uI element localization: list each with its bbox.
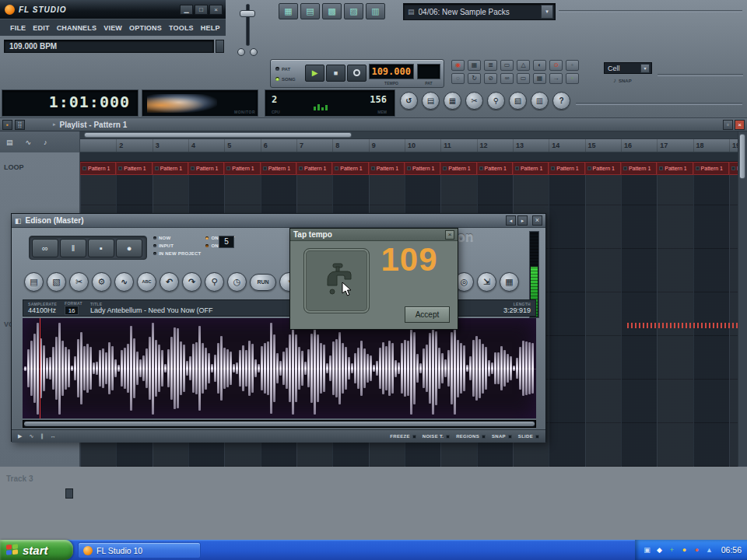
playlist-timeline-ruler[interactable]: 2345678910111213141516171819 xyxy=(80,139,738,152)
playlist-close-button[interactable]: × xyxy=(735,120,745,130)
clip-mute-icon[interactable] xyxy=(623,166,627,170)
master-volume-handle[interactable] xyxy=(240,10,255,17)
overdub-icon[interactable]: ◌ xyxy=(451,73,465,84)
note-mono-icon[interactable]: ≣ xyxy=(484,60,497,71)
tempo-display[interactable]: 109.000 xyxy=(369,64,414,79)
playlist-pin-icon[interactable]: ▪ xyxy=(2,120,12,130)
edison-next-preset-button[interactable]: ▸ xyxy=(517,215,528,226)
menu-help[interactable]: HELP xyxy=(201,24,220,32)
clip-mute-icon[interactable] xyxy=(299,166,303,170)
pattern-clip[interactable]: Pattern 1 xyxy=(621,162,657,175)
edison-option-toggle[interactable]: SLIDE xyxy=(518,434,539,439)
record-arm-icon[interactable]: ◉ xyxy=(451,60,465,71)
clock[interactable]: 06:56 xyxy=(721,545,742,555)
recent-projects-button[interactable]: ▦ xyxy=(444,92,461,110)
menu-channels[interactable]: CHANNELS xyxy=(57,24,97,32)
clip-mute-icon[interactable] xyxy=(407,166,411,170)
edison-close-button[interactable]: × xyxy=(532,215,542,226)
pattern-clip[interactable]: Pattern 1 xyxy=(296,162,332,175)
metronome-icon[interactable]: △ xyxy=(517,60,530,71)
clip-mute-icon[interactable] xyxy=(443,166,447,170)
edison-prev-preset-button[interactable]: ◂ xyxy=(506,215,516,226)
clip-mute-icon[interactable] xyxy=(551,166,555,170)
pattern-clip[interactable]: Pattern 1 xyxy=(80,162,116,175)
pattern-clip[interactable]: Pattern 1 xyxy=(729,162,738,175)
step-sequencer-button[interactable]: ▤ xyxy=(300,3,320,19)
playlist-detach-button[interactable]: ▫ xyxy=(723,120,733,130)
file-info-button[interactable]: ▧ xyxy=(509,92,527,110)
countdown-icon[interactable]: ⊙ xyxy=(549,60,563,71)
option-record-in-new-project[interactable]: IN NEW PROJECT xyxy=(153,250,201,257)
scrollbar-handle[interactable] xyxy=(739,134,745,179)
save-project-button[interactable]: ▤ xyxy=(422,92,440,110)
chevron-down-icon[interactable]: ▾ xyxy=(541,5,553,19)
undo-button[interactable]: ↶ xyxy=(160,272,179,292)
pattern-clip[interactable]: Pattern 1 xyxy=(549,162,584,175)
clip-mute-icon[interactable] xyxy=(587,166,591,170)
slide-tool-icon[interactable]: ♪ xyxy=(44,138,47,146)
close-button[interactable]: × xyxy=(209,5,223,15)
takes-display[interactable]: 5 xyxy=(219,236,234,248)
scrollbar-handle[interactable] xyxy=(84,132,352,138)
export-button[interactable]: ▧ xyxy=(47,272,66,292)
marker-pause-icon[interactable]: ∥ xyxy=(40,433,44,439)
close-icon[interactable]: × xyxy=(445,230,454,240)
pattern-clip[interactable]: Pattern 1 xyxy=(332,162,368,175)
volume-icon[interactable]: ◆ xyxy=(654,545,665,555)
menu-tools[interactable]: TOOLS xyxy=(169,24,194,32)
grid-snap-icon[interactable]: ▦ xyxy=(533,73,546,84)
save-button[interactable]: ▤ xyxy=(24,272,44,292)
clip-mute-icon[interactable] xyxy=(731,166,735,170)
perf-mode-icon[interactable]: → xyxy=(549,73,563,84)
multilink-icon[interactable]: ∞ xyxy=(500,73,514,84)
clip-mute-icon[interactable] xyxy=(696,166,700,170)
updates-icon[interactable]: ● xyxy=(679,545,689,555)
option-record-now[interactable]: NOW xyxy=(153,235,201,241)
time-display[interactable]: 1:01:000 xyxy=(2,89,139,117)
track3-label[interactable]: Track 3 xyxy=(6,474,33,483)
typing-keyboard-icon[interactable]: ▭ xyxy=(500,60,514,71)
master-pitch-knob[interactable] xyxy=(237,48,245,56)
audio-clip-waveform[interactable] xyxy=(627,323,747,328)
playlist-titlebar[interactable]: ▪⣿ ▸ Playlist - Pattern 1 ▫× xyxy=(0,118,747,131)
mixer-view-button[interactable]: ▥ xyxy=(366,3,385,19)
zoom-button[interactable]: ⚲ xyxy=(205,272,224,292)
playlist-menu-icon[interactable]: ▤ xyxy=(6,138,13,146)
song-mode-switch[interactable]: SONG xyxy=(275,74,296,84)
browser-dropdown[interactable]: ▤ 04/06: New Sample Packs ▾ xyxy=(403,3,556,20)
security-icon[interactable]: + xyxy=(667,545,677,555)
pattern-clip[interactable]: Pattern 1 xyxy=(657,162,693,175)
clip-mute-icon[interactable] xyxy=(659,166,663,170)
loop-record-icon[interactable]: ↻ xyxy=(468,73,481,84)
menu-file[interactable]: FILE xyxy=(10,24,26,32)
pat-mode-switch[interactable]: PAT xyxy=(275,64,296,74)
script-abc-button[interactable]: ABC xyxy=(137,272,156,292)
help-button[interactable]: ? xyxy=(552,92,570,110)
wave-scroll-icon[interactable]: ∿ xyxy=(29,433,33,439)
denoise-button[interactable]: ∿ xyxy=(114,272,134,292)
step-edit-icon[interactable]: ▦ xyxy=(468,60,481,71)
hint-bar-grip[interactable] xyxy=(216,40,224,53)
edison-option-toggle[interactable]: REGIONS xyxy=(456,434,486,439)
drag-export-button[interactable]: ▦ xyxy=(500,272,519,292)
note-off-icon[interactable]: ⊘ xyxy=(484,73,497,84)
accept-button[interactable]: Accept xyxy=(405,306,450,323)
play-selection-icon[interactable]: ▶ xyxy=(18,433,22,439)
clip-mute-icon[interactable] xyxy=(263,166,267,170)
pattern-clip[interactable]: Pattern 1 xyxy=(440,162,476,175)
clip-mute-icon[interactable] xyxy=(226,166,230,170)
stopwatch-button[interactable]: ◷ xyxy=(227,272,247,292)
option-record-input[interactable]: INPUT xyxy=(153,243,201,249)
playhead-marker[interactable] xyxy=(40,318,40,418)
menu-view[interactable]: VIEW xyxy=(103,24,122,32)
send-to-playlist-button[interactable]: ⇲ xyxy=(477,272,496,292)
record-button[interactable]: ● xyxy=(116,239,142,257)
pattern-clip[interactable]: Pattern 1 xyxy=(116,162,152,175)
pattern-clip[interactable]: Pattern 1 xyxy=(369,162,405,175)
pattern-clip[interactable]: Pattern 1 xyxy=(153,162,188,175)
playlist-horizontal-scrollbar[interactable] xyxy=(80,131,738,139)
pattern-clip[interactable]: Pattern 1 xyxy=(513,162,549,175)
clip-mute-icon[interactable] xyxy=(335,166,338,170)
edison-option-toggle[interactable]: SNAP xyxy=(492,434,512,439)
loop-mode-button[interactable]: ∞ xyxy=(32,239,58,257)
